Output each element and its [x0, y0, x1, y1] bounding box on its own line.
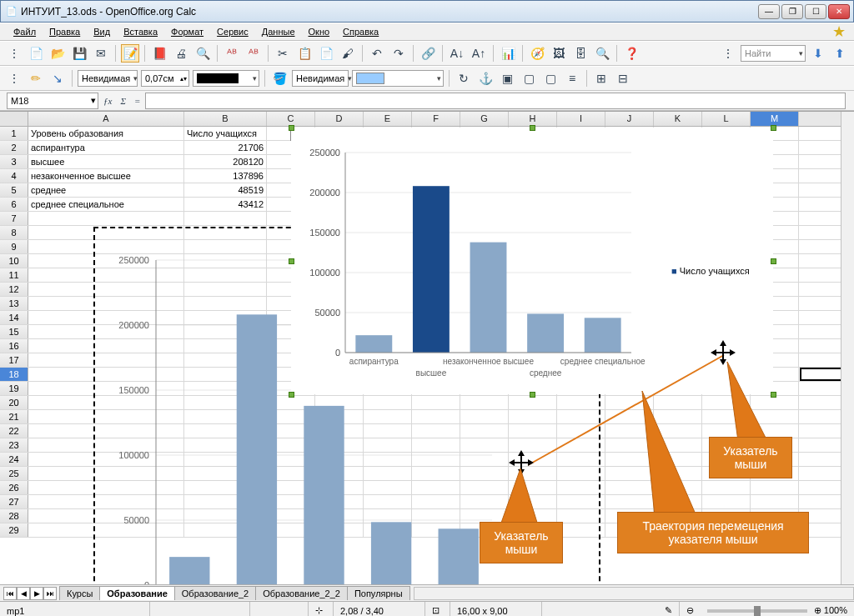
find-down-button[interactable]: ⬇	[809, 44, 827, 63]
rowh-11[interactable]: 11	[0, 268, 28, 282]
restore-button[interactable]: ❐	[781, 4, 803, 19]
cell[interactable]	[702, 410, 751, 423]
anchor-button[interactable]: ⚓	[476, 69, 495, 88]
save-button[interactable]: 💾	[70, 44, 88, 63]
line-color-combo[interactable]: ▾	[193, 70, 259, 87]
cell[interactable]: высшее	[28, 155, 184, 168]
cell[interactable]: 48519	[184, 183, 267, 197]
handle-s[interactable]	[530, 392, 535, 398]
sort-desc-button[interactable]: A↑	[470, 44, 488, 63]
fill-icon[interactable]: 🪣	[270, 69, 289, 88]
tab-first[interactable]: ⏮	[3, 587, 17, 600]
menu-window[interactable]: Окно	[302, 25, 337, 38]
fx-icon[interactable]: ƒx	[103, 96, 112, 106]
rowh-21[interactable]: 21	[0, 410, 28, 423]
cell[interactable]	[751, 481, 799, 494]
find-combo[interactable]: Найти ▾	[741, 45, 806, 62]
help-button[interactable]: ❓	[622, 44, 640, 63]
cell[interactable]	[605, 495, 654, 508]
cell[interactable]	[654, 424, 702, 438]
cell[interactable]	[654, 453, 702, 466]
close-button[interactable]: ✕	[828, 4, 850, 19]
equals-icon[interactable]: =	[134, 96, 140, 106]
cell[interactable]	[702, 424, 751, 438]
rowh-6[interactable]: 6	[0, 198, 28, 211]
colh-C[interactable]: C	[267, 112, 315, 126]
sigma-icon[interactable]: Σ	[120, 96, 126, 106]
rowh-25[interactable]: 25	[0, 467, 28, 480]
rowh-3[interactable]: 3	[0, 155, 28, 168]
pdf-button[interactable]: 📕	[150, 44, 168, 63]
rowh-5[interactable]: 5	[0, 183, 28, 197]
colh-I[interactable]: I	[557, 112, 605, 126]
colh-M[interactable]: M	[751, 112, 799, 126]
handle-ne[interactable]	[771, 125, 776, 131]
colh-D[interactable]: D	[315, 112, 364, 126]
gallery-button[interactable]: 🖼	[550, 44, 568, 63]
maximize-button[interactable]: ☐	[805, 4, 826, 19]
cell[interactable]	[605, 396, 654, 409]
rowh-22[interactable]: 22	[0, 424, 28, 438]
menu-data[interactable]: Данные	[255, 25, 302, 38]
cell[interactable]: 21706	[184, 141, 267, 154]
rowh-26[interactable]: 26	[0, 481, 28, 494]
sheet-tab-1[interactable]: Курсы	[59, 586, 100, 600]
cell[interactable]: 137896	[184, 169, 267, 183]
rowh-16[interactable]: 16	[0, 339, 28, 353]
handle-e[interactable]	[771, 258, 776, 264]
cell[interactable]: среднее специальное	[28, 198, 184, 211]
zoom-slider[interactable]	[707, 609, 807, 613]
tab-last[interactable]: ⏭	[43, 587, 57, 600]
line-width-combo[interactable]: 0,07см▴▾	[141, 70, 189, 87]
cell[interactable]	[751, 424, 799, 438]
forward-button[interactable]: ▢	[520, 69, 538, 88]
backward-button[interactable]: ▢	[541, 69, 560, 88]
spell-button[interactable]: ᴬᴮ	[223, 44, 241, 63]
nav-button[interactable]: 🧭	[528, 44, 546, 63]
open-button[interactable]: 📂	[48, 44, 67, 63]
cell[interactable]: Число учащихся	[184, 127, 267, 140]
arrow-down-icon[interactable]: ↘	[48, 69, 67, 88]
cell[interactable]: Уровень образования	[28, 127, 184, 140]
rotate-button[interactable]: ↻	[455, 69, 473, 88]
line-style-combo[interactable]: Невидимая▾	[78, 70, 138, 87]
cell[interactable]	[751, 495, 799, 508]
cell[interactable]	[702, 495, 751, 508]
menu-file[interactable]: Файл	[7, 25, 43, 38]
cut-button[interactable]: ✂	[274, 44, 292, 63]
copy-button[interactable]: 📋	[295, 44, 314, 63]
cell[interactable]: аспирантура	[28, 141, 184, 154]
colh-B[interactable]: B	[184, 112, 267, 126]
cell[interactable]	[605, 453, 654, 466]
front-button[interactable]: ▣	[498, 69, 516, 88]
colh-E[interactable]: E	[364, 112, 412, 126]
rowh-20[interactable]: 20	[0, 396, 28, 409]
rowh-8[interactable]: 8	[0, 226, 28, 239]
cell[interactable]	[605, 424, 654, 438]
sort-asc-button[interactable]: A↓	[448, 44, 466, 63]
horizontal-scrollbar[interactable]	[414, 587, 854, 600]
menu-edit[interactable]: Правка	[43, 25, 87, 38]
rowh-4[interactable]: 4	[0, 169, 28, 183]
rowh-17[interactable]: 17	[0, 353, 28, 367]
colh-J[interactable]: J	[605, 112, 654, 126]
cell[interactable]: 208120	[184, 155, 267, 168]
fill-style-combo[interactable]: Невидимая▾	[292, 70, 349, 87]
ungroup-button[interactable]: ⊟	[614, 69, 632, 88]
cell[interactable]	[605, 438, 654, 452]
sig-icon[interactable]: ✎	[665, 605, 672, 616]
align-button[interactable]: ≡	[563, 69, 581, 88]
brush-button[interactable]: 🖌	[339, 44, 357, 63]
chart-button[interactable]: 📊	[499, 44, 517, 63]
select-all-corner[interactable]	[0, 112, 28, 126]
colh-L[interactable]: L	[702, 112, 751, 126]
email-button[interactable]: ✉	[92, 44, 110, 63]
sheet-tab-3[interactable]: Образование_2	[174, 586, 256, 600]
update-icon[interactable]: ★	[832, 23, 854, 41]
menu-tools[interactable]: Сервис	[210, 25, 255, 38]
rowh-23[interactable]: 23	[0, 438, 28, 452]
datasource-button[interactable]: 🗄	[571, 44, 590, 63]
tab-next[interactable]: ▶	[30, 587, 43, 600]
colh-G[interactable]: G	[460, 112, 509, 126]
highlight-icon[interactable]: ✏	[27, 69, 45, 88]
